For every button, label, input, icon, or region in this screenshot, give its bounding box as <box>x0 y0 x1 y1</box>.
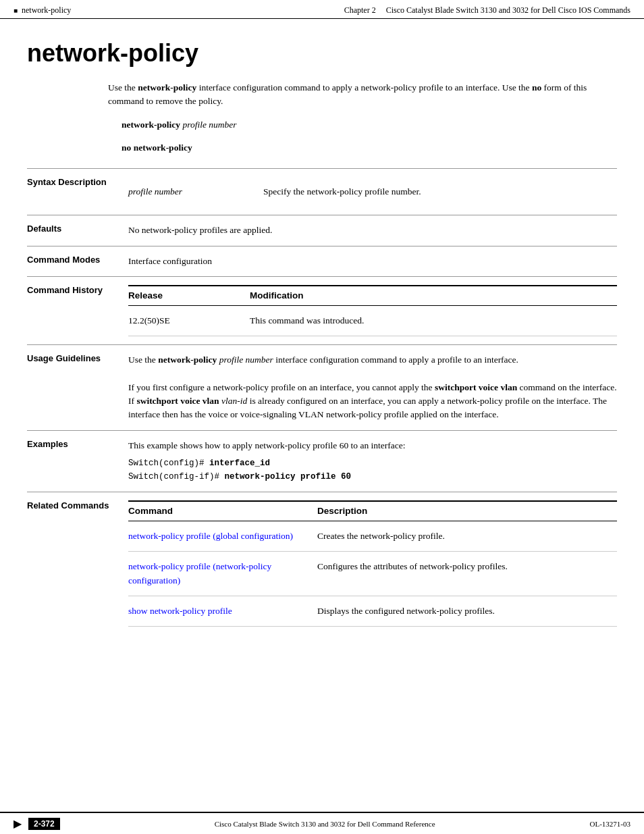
related-desc: Creates the network-policy profile. <box>317 521 617 552</box>
command-history-label: Command History <box>27 276 128 345</box>
examples-row: Examples This example shows how to apply… <box>27 430 617 492</box>
defaults-row: Defaults No network-policy profiles are … <box>27 215 617 246</box>
syntax-description-row: Syntax Description profile number Specif… <box>27 169 617 215</box>
command-modes-row: Command Modes Interface configuration <box>27 246 617 276</box>
usage-guidelines-content: Use the network-policy profile number in… <box>128 345 617 430</box>
chapter-header: Chapter 2 Cisco Catalyst Blade Switch 31… <box>344 5 630 16</box>
related-command[interactable]: show network-policy profile <box>128 596 317 626</box>
usage-para-1: Use the network-policy profile number in… <box>128 353 617 367</box>
footer-center-text: Cisco Catalyst Blade Switch 3130 and 303… <box>60 820 590 828</box>
syntax-line-2: no network-policy <box>122 141 617 155</box>
related-desc: Displays the configured network-policy p… <box>317 596 617 626</box>
history-header-row: Release Modification <box>128 286 617 306</box>
doc-table: Syntax Description profile number Specif… <box>27 168 617 635</box>
usage-italic-1: profile number <box>217 355 273 365</box>
examples-content: This example shows how to apply network-… <box>128 430 617 492</box>
usage-bold-2: switchport voice vlan <box>435 382 517 392</box>
code-line-2-bold: network-policy profile 60 <box>225 472 352 481</box>
page-header: ■ network-policy Chapter 2 Cisco Catalys… <box>0 0 644 19</box>
history-col-release: Release <box>128 286 250 306</box>
page-footer: ▶ 2-372 Cisco Catalyst Blade Switch 3130… <box>0 812 644 834</box>
code-line-2: Switch(config-if)# network-policy profil… <box>128 470 617 484</box>
command-modes-text: Interface configuration <box>128 256 212 266</box>
related-col-command: Command <box>128 501 317 521</box>
related-command[interactable]: network-policy profile (global configura… <box>128 521 317 552</box>
code-block: Switch(config)# interface_id Switch(conf… <box>128 457 617 484</box>
main-content: network-policy Use the network-policy in… <box>0 19 644 689</box>
book-icon: ▶ <box>14 817 22 830</box>
command-history-content: Release Modification 12.2(50)SE This com… <box>128 276 617 345</box>
related-commands-row: Related Commands Command Description net… <box>27 492 617 635</box>
related-command-link[interactable]: network-policy profile (network-policy c… <box>128 561 271 585</box>
bullet-icon: ■ <box>14 7 18 14</box>
usage-guidelines-row: Usage Guidelines Use the network-policy … <box>27 345 617 430</box>
chapter-title: Cisco Catalyst Blade Switch 3130 and 303… <box>386 5 630 15</box>
command-modes-label: Command Modes <box>27 246 128 276</box>
related-data-row: show network-policy profile Displays the… <box>128 596 617 626</box>
related-commands-label: Related Commands <box>27 492 128 635</box>
history-table: Release Modification 12.2(50)SE This com… <box>128 285 617 337</box>
usage-bold-1: network-policy <box>158 355 217 365</box>
footer-right-text: OL-13271-03 <box>590 820 631 828</box>
syntax-description-label: Syntax Description <box>27 169 128 215</box>
related-command-link[interactable]: network-policy profile (global configura… <box>128 531 293 541</box>
usage-bold-3: switchport voice vlan <box>136 396 219 406</box>
usage-para-2: If you first configure a network-policy … <box>128 381 617 422</box>
code-line-1: Switch(config)# interface_id <box>128 457 617 470</box>
intro-command-bold: network-policy <box>138 82 196 93</box>
chapter-label: Chapter 2 <box>344 5 376 15</box>
syntax1-italic: profile number <box>180 120 237 130</box>
intro-no-bold: no <box>532 82 541 93</box>
page-number: 2-372 <box>28 818 60 830</box>
related-data-row: network-policy profile (global configura… <box>128 521 617 552</box>
related-desc: Configures the attributes of network-pol… <box>317 552 617 596</box>
syntax-inner-table: profile number Specify the network-polic… <box>128 177 617 207</box>
related-header-row: Command Description <box>128 501 617 521</box>
code-line-1-prefix: Switch(config)# <box>128 459 209 468</box>
defaults-content: No network-policy profiles are applied. <box>128 215 617 246</box>
command-history-row: Command History Release Modification 12.… <box>27 276 617 345</box>
related-data-row: network-policy profile (network-policy c… <box>128 552 617 596</box>
syntax-inner-row: profile number Specify the network-polic… <box>128 177 617 207</box>
syntax-description-content: profile number Specify the network-polic… <box>128 169 617 215</box>
intro-section: Use the network-policy interface configu… <box>108 81 617 155</box>
intro-paragraph: Use the network-policy interface configu… <box>108 81 617 109</box>
usage-italic-2: vlan-id <box>221 396 247 406</box>
history-data-row: 12.2(50)SE This command was introduced. <box>128 306 617 336</box>
breadcrumb-left: ■ network-policy <box>14 5 71 16</box>
related-commands-content: Command Description network-policy profi… <box>128 492 617 635</box>
related-command-link[interactable]: show network-policy profile <box>128 606 232 616</box>
footer-left: ▶ 2-372 <box>14 817 60 830</box>
history-col-modification: Modification <box>250 286 617 306</box>
examples-intro: This example shows how to apply network-… <box>128 439 617 452</box>
syntax-param: profile number <box>128 177 263 207</box>
code-line-2-prefix: Switch(config-if)# <box>128 472 225 481</box>
defaults-text: No network-policy profiles are applied. <box>128 225 272 235</box>
code-line-1-bold: interface_id <box>209 459 270 468</box>
examples-label: Examples <box>27 430 128 492</box>
related-table: Command Description network-policy profi… <box>128 500 617 627</box>
history-release: 12.2(50)SE <box>128 306 250 336</box>
syntax2-bold: no network-policy <box>122 142 192 153</box>
related-command[interactable]: network-policy profile (network-policy c… <box>128 552 317 596</box>
page-title: network-policy <box>27 39 617 68</box>
usage-guidelines-label: Usage Guidelines <box>27 345 128 430</box>
syntax-line-1: network-policy profile number <box>122 118 617 132</box>
breadcrumb: network-policy <box>22 5 71 16</box>
syntax1-bold: network-policy <box>122 120 180 130</box>
syntax-param-desc: Specify the network-policy profile numbe… <box>263 177 617 207</box>
command-modes-content: Interface configuration <box>128 246 617 276</box>
defaults-label: Defaults <box>27 215 128 246</box>
related-col-description: Description <box>317 501 617 521</box>
history-modification: This command was introduced. <box>250 306 617 336</box>
